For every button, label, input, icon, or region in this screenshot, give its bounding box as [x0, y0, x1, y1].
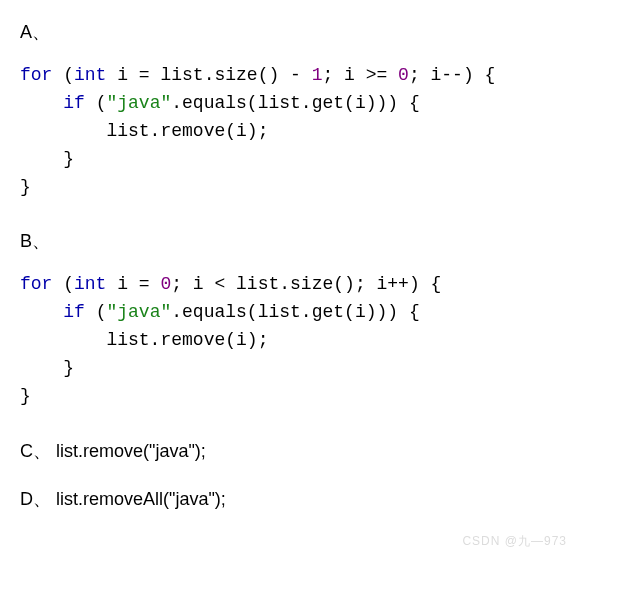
keyword-if: if	[63, 93, 85, 113]
code-text: }	[20, 358, 74, 378]
code-text: list.remove(i);	[20, 121, 268, 141]
code-text: }	[20, 177, 31, 197]
code-text: i =	[106, 274, 160, 294]
code-text: ; i--) {	[409, 65, 495, 85]
option-c-label: C、	[20, 441, 51, 461]
code-text: ; i < list.size(); i++) {	[171, 274, 441, 294]
code-text: (	[85, 302, 107, 322]
code-text: .equals(list.get(i))) {	[171, 93, 419, 113]
code-text: .equals(list.get(i))) {	[171, 302, 419, 322]
number-literal: 0	[398, 65, 409, 85]
code-text: list.remove(i);	[20, 330, 268, 350]
string-literal: "java"	[106, 302, 171, 322]
number-literal: 1	[312, 65, 323, 85]
keyword-for: for	[20, 274, 52, 294]
code-text: i = list.size() -	[106, 65, 311, 85]
string-literal: "java"	[106, 93, 171, 113]
code-text: }	[20, 386, 31, 406]
option-c-text: list.remove("java");	[56, 441, 206, 461]
code-text: }	[20, 149, 74, 169]
watermark-text: CSDN @九—973	[462, 533, 567, 550]
option-a-label: A、	[20, 20, 597, 44]
option-c: C、 list.remove("java");	[20, 439, 597, 463]
number-literal: 0	[160, 274, 171, 294]
question-container: A、 for (int i = list.size() - 1; i >= 0;…	[20, 20, 597, 580]
code-text: (	[85, 93, 107, 113]
keyword-if: if	[63, 302, 85, 322]
option-b-label: B、	[20, 229, 597, 253]
option-a-code: for (int i = list.size() - 1; i >= 0; i-…	[20, 62, 597, 201]
type-int: int	[74, 274, 106, 294]
option-b-code: for (int i = 0; i < list.size(); i++) { …	[20, 271, 597, 410]
code-text: ; i >=	[322, 65, 398, 85]
type-int: int	[74, 65, 106, 85]
option-d-label: D、	[20, 489, 51, 509]
keyword-for: for	[20, 65, 52, 85]
option-d: D、 list.removeAll("java");	[20, 487, 597, 511]
option-d-text: list.removeAll("java");	[56, 489, 226, 509]
